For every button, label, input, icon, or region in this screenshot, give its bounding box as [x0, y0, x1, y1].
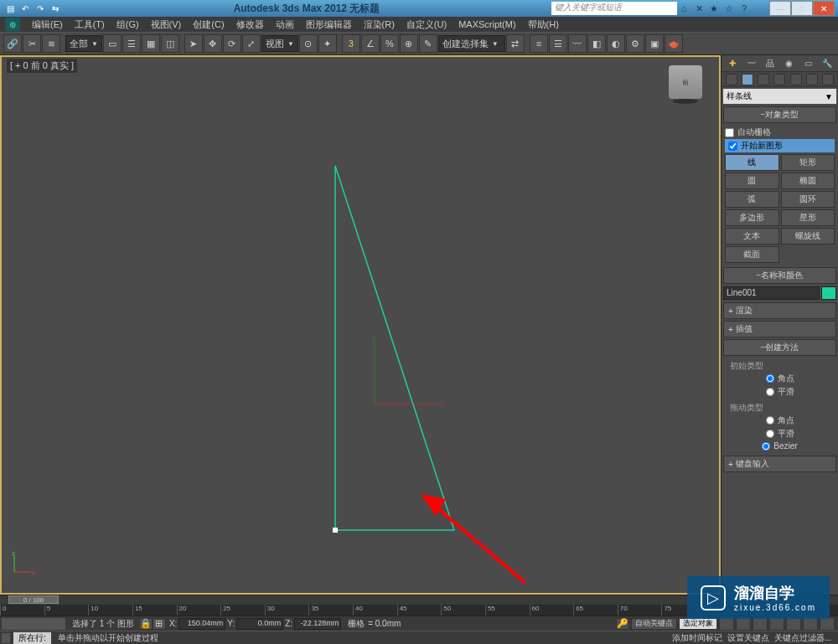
window-crossing-icon[interactable]: ◫: [161, 34, 179, 53]
z-input[interactable]: -22.128mm: [294, 618, 341, 630]
motion-tab-icon[interactable]: ◉: [784, 58, 795, 70]
unlink-tool-icon[interactable]: ✂: [23, 34, 41, 53]
angle-snap-icon[interactable]: ∠: [361, 34, 380, 53]
pivot-icon[interactable]: ⊙: [299, 34, 318, 53]
schematic-icon[interactable]: ◧: [587, 34, 606, 53]
menu-help[interactable]: 帮助(H): [523, 18, 564, 31]
add-time-tag-button[interactable]: 添加时间标记: [672, 632, 722, 644]
render-frame-icon[interactable]: ▣: [645, 34, 664, 53]
rollout-object-type[interactable]: 对象类型: [723, 106, 836, 123]
lights-cat-icon[interactable]: [758, 74, 769, 85]
layers-icon[interactable]: ☰: [549, 34, 567, 53]
spinner-snap-icon[interactable]: ⊕: [400, 34, 418, 53]
circle-button[interactable]: 圆: [725, 173, 779, 189]
cameras-cat-icon[interactable]: [773, 74, 785, 85]
select-tool-icon[interactable]: ➤: [184, 34, 203, 53]
modify-tab-icon[interactable]: 〰: [746, 58, 758, 70]
selection-set-button[interactable]: 选定对象: [679, 618, 717, 630]
transform-typein-icon[interactable]: ⊞: [153, 618, 166, 630]
time-slider[interactable]: 0 / 100: [8, 595, 59, 604]
mirror-icon[interactable]: ⇄: [506, 34, 525, 53]
drag-smooth-radio[interactable]: [766, 430, 774, 438]
rollout-interpolation[interactable]: 插值: [723, 321, 836, 337]
subcategory-dropdown[interactable]: 样条线▼: [723, 89, 836, 104]
menu-edit[interactable]: 编辑(E): [27, 18, 68, 31]
menu-customize[interactable]: 自定义(U): [401, 18, 452, 31]
viewport-label[interactable]: [ + 0 前 0 真实 ]: [7, 59, 77, 73]
percent-snap-icon[interactable]: %: [380, 34, 399, 53]
help-search-input[interactable]: 键入关键字或短语: [551, 2, 677, 15]
material-editor-icon[interactable]: ◐: [607, 34, 625, 53]
rotate-tool-icon[interactable]: ⟳: [223, 34, 241, 53]
helix-button[interactable]: 螺旋线: [781, 228, 835, 245]
favorite-icon[interactable]: ☆: [722, 3, 736, 14]
redo-icon[interactable]: ↷: [34, 2, 47, 15]
object-name-input[interactable]: Line001: [723, 286, 820, 300]
menu-modifiers[interactable]: 修改器: [231, 18, 269, 31]
helpers-cat-icon[interactable]: [790, 74, 802, 85]
help-icon[interactable]: ?: [737, 3, 751, 13]
shapes-cat-icon[interactable]: [742, 74, 753, 85]
rollout-create-method[interactable]: 创建方法: [723, 339, 836, 356]
rollout-render[interactable]: 渲染: [723, 302, 836, 319]
section-button[interactable]: 截面: [725, 246, 779, 263]
utilities-tab-icon[interactable]: 🔧: [821, 58, 833, 70]
render-icon[interactable]: 🫖: [665, 34, 683, 53]
line-button[interactable]: 线: [725, 154, 779, 171]
viewport[interactable]: [ + 0 前 0 真实 ] x y 前 x z: [0, 55, 721, 595]
app-logo-icon[interactable]: ⊚: [5, 18, 20, 31]
geometry-cat-icon[interactable]: [726, 74, 737, 85]
move-tool-icon[interactable]: ✥: [204, 34, 222, 53]
create-tab-icon[interactable]: ✚: [727, 58, 738, 70]
set-key-button[interactable]: 设置关键点: [727, 632, 769, 644]
app-menu-icon[interactable]: ▤: [3, 2, 17, 15]
autokey-button[interactable]: 自动关键点: [631, 618, 677, 630]
selection-filter-dropdown[interactable]: 全部▼: [65, 35, 102, 52]
edit-named-icon[interactable]: ✎: [419, 34, 437, 53]
rollout-keyboard[interactable]: 键盘输入: [723, 456, 836, 472]
manipulate-icon[interactable]: ✦: [318, 34, 337, 53]
undo-icon[interactable]: ↶: [18, 2, 32, 15]
star-button[interactable]: 星形: [781, 209, 835, 226]
menu-maxscript[interactable]: MAXScript(M): [453, 19, 520, 29]
menu-views[interactable]: 视图(V): [146, 18, 187, 31]
select-name-icon[interactable]: ☰: [122, 34, 141, 53]
menu-grapheditors[interactable]: 图形编辑器: [301, 18, 357, 31]
named-selection-dropdown[interactable]: 创建选择集▼: [438, 35, 505, 52]
snap-toggle-icon[interactable]: 3: [342, 34, 360, 53]
close-button[interactable]: ✕: [813, 1, 835, 16]
ellipse-button[interactable]: 椭圆: [781, 173, 835, 189]
link-icon[interactable]: ⇆: [49, 2, 62, 15]
initial-smooth-radio[interactable]: [766, 388, 774, 396]
curve-editor-icon[interactable]: 〰: [568, 34, 587, 53]
bind-tool-icon[interactable]: ≋: [42, 34, 60, 53]
signin-icon[interactable]: ✕: [692, 3, 706, 14]
initial-corner-radio[interactable]: [766, 374, 774, 383]
align-icon[interactable]: ≡: [530, 34, 548, 53]
y-input[interactable]: 0.0mm: [236, 618, 283, 630]
minimize-button[interactable]: —: [769, 1, 791, 16]
text-button[interactable]: 文本: [725, 228, 779, 245]
maximize-button[interactable]: □: [791, 1, 813, 16]
key-filter-button[interactable]: 关键点过滤器...: [774, 632, 831, 644]
menu-animation[interactable]: 动画: [271, 18, 299, 31]
scale-tool-icon[interactable]: ⤢: [242, 34, 261, 53]
key-mode-icon[interactable]: 🔑: [616, 618, 629, 630]
drag-bezier-radio[interactable]: [762, 442, 770, 451]
object-color-swatch[interactable]: [821, 286, 836, 300]
menu-rendering[interactable]: 渲染(R): [359, 18, 400, 31]
x-input[interactable]: 150.04mm: [178, 618, 225, 630]
rollout-name-color[interactable]: 名称和颜色: [723, 267, 836, 284]
ngon-button[interactable]: 多边形: [725, 209, 779, 226]
spacewarps-cat-icon[interactable]: [806, 74, 818, 85]
systems-cat-icon[interactable]: [822, 74, 834, 85]
link-tool-icon[interactable]: 🔗: [3, 34, 22, 53]
menu-group[interactable]: 组(G): [111, 18, 144, 31]
refcoord-dropdown[interactable]: 视图▼: [261, 35, 298, 52]
menu-tools[interactable]: 工具(T): [70, 18, 110, 31]
menu-create[interactable]: 创建(C): [188, 18, 229, 31]
start-new-shape-checkbox[interactable]: [728, 142, 737, 151]
select-region-icon[interactable]: ▦: [142, 34, 160, 53]
script-toggle-icon[interactable]: [2, 633, 10, 643]
drag-corner-radio[interactable]: [766, 416, 774, 425]
